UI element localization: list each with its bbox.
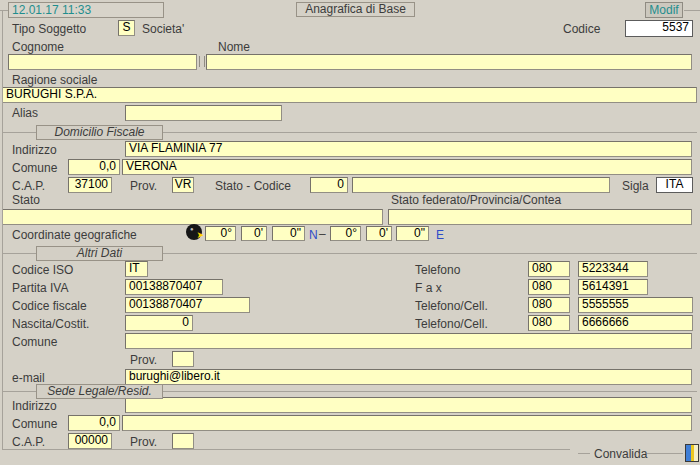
telefono-number-field[interactable]: 5223344	[578, 261, 648, 277]
lon-min-field[interactable]: 0'	[366, 226, 392, 241]
lon-direction-label: E	[436, 229, 444, 242]
altri-prov-field[interactable]	[172, 351, 194, 367]
stato-federato-field[interactable]	[388, 209, 692, 225]
cognome-field[interactable]	[8, 54, 197, 70]
stato-codice-label: Stato - Codice	[215, 180, 291, 193]
telefono-cell2-prefix-field[interactable]: 080	[528, 315, 570, 331]
telefono-cell1-label: Telefono/Cell.	[415, 300, 488, 313]
globe-arrow: ➤	[196, 231, 204, 240]
lat-direction-label: N	[309, 229, 318, 242]
stato-field[interactable]	[2, 209, 383, 225]
cap-field[interactable]: 37100	[68, 177, 112, 193]
altri-comune-field[interactable]	[125, 333, 692, 349]
section-domicilio-fiscale: Domicilio Fiscale	[36, 125, 163, 140]
stato-federato-label: Stato federato/Provincia/Contea	[391, 194, 561, 207]
comune-label: Comune	[12, 162, 57, 175]
field-joint	[199, 56, 205, 67]
fax-label: F a x	[415, 282, 442, 295]
codice-label: Codice	[563, 23, 600, 36]
telefono-label: Telefono	[415, 264, 460, 277]
cap-label: C.A.P.	[12, 180, 45, 193]
prov-label: Prov.	[130, 180, 157, 193]
tipo-soggetto-field[interactable]: S	[118, 20, 135, 36]
anagrafica-window: 12.01.17 11:33 Anagrafica di Base Modif …	[0, 0, 700, 465]
codice-fiscale-field[interactable]: 00138870407	[125, 297, 250, 313]
sede-cap-label: C.A.P.	[12, 436, 45, 449]
lat-min-field[interactable]: 0'	[241, 226, 267, 241]
codice-fiscale-label: Codice fiscale	[12, 300, 87, 313]
prov-field[interactable]: VR	[172, 177, 194, 193]
frame-line	[2, 10, 3, 450]
lat-deg-field[interactable]: 0°	[205, 226, 236, 241]
nascita-field[interactable]: 0	[125, 315, 193, 331]
telefono-cell1-prefix-field[interactable]: 080	[528, 297, 570, 313]
fax-prefix-field[interactable]: 080	[528, 279, 570, 295]
telefono-cell1-number-field[interactable]: 5555555	[578, 297, 693, 313]
alias-label: Alias	[12, 107, 38, 120]
ragione-sociale-field[interactable]: BURUGHI S.P.A.	[2, 87, 697, 103]
footer-line	[578, 453, 590, 454]
codice-iso-label: Codice ISO	[12, 264, 73, 277]
lat-sec-field[interactable]: 0"	[272, 226, 305, 241]
altri-prov-label: Prov.	[130, 354, 157, 367]
stato-label: Stato	[12, 194, 40, 207]
sede-prov-label: Prov.	[130, 436, 157, 449]
stato-codice-field[interactable]: 0	[310, 177, 348, 193]
footer-line	[3, 449, 570, 450]
nome-label: Nome	[218, 41, 250, 54]
comune-field[interactable]: VERONA	[122, 159, 692, 175]
partita-iva-label: Partita IVA	[12, 282, 68, 295]
telefono-cell2-number-field[interactable]: 6666666	[578, 315, 693, 331]
indirizzo-field[interactable]: VIA FLAMINIA 77	[125, 141, 692, 157]
coordinate-label: Coordinate geografiche	[12, 229, 137, 242]
sede-indirizzo-label: Indirizzo	[12, 400, 57, 413]
modif-button[interactable]: Modif	[645, 2, 683, 18]
codice-field[interactable]: 5537	[625, 20, 693, 37]
sede-comune-code-field[interactable]: 0,0	[68, 415, 120, 431]
indirizzo-label: Indirizzo	[12, 144, 57, 157]
telefono-prefix-field[interactable]: 080	[528, 261, 570, 277]
sede-cap-field[interactable]: 00000	[68, 433, 112, 449]
section-sede-legale: Sede Legale/Resid.	[36, 384, 163, 399]
codice-iso-field[interactable]: IT	[125, 261, 148, 277]
coordinate-separator: –	[319, 228, 326, 241]
frame-line	[684, 10, 700, 11]
sede-comune-label: Comune	[12, 418, 57, 431]
lon-sec-field[interactable]: 0"	[396, 226, 429, 241]
sede-indirizzo-field[interactable]	[125, 397, 692, 413]
cognome-label: Cognome	[12, 41, 64, 54]
convalida-label: Convalida	[594, 448, 647, 461]
telefono-cell2-label: Telefono/Cell.	[415, 318, 488, 331]
nascita-label: Nascita/Costit.	[12, 318, 89, 331]
lon-deg-field[interactable]: 0°	[330, 226, 361, 241]
globe-icon[interactable]: ● ➤	[186, 224, 202, 240]
ragione-sociale-label: Ragione sociale	[12, 74, 97, 87]
nome-field[interactable]	[206, 54, 692, 70]
altri-comune-label: Comune	[12, 336, 57, 349]
globe-highlight: ●	[190, 226, 194, 232]
stato-codice-desc-field[interactable]	[352, 177, 610, 193]
alias-field[interactable]	[125, 105, 282, 121]
sede-prov-field[interactable]	[172, 433, 194, 449]
partita-iva-field[interactable]: 00138870407	[125, 279, 223, 295]
sigla-field[interactable]: ITA	[656, 177, 693, 193]
footer-line	[647, 453, 683, 454]
tipo-soggetto-desc: Societa'	[142, 23, 184, 36]
fax-number-field[interactable]: 5614391	[578, 279, 648, 295]
page-title: Anagrafica di Base	[296, 2, 415, 17]
sede-comune-field[interactable]	[122, 415, 692, 431]
convalida-icon[interactable]	[685, 444, 699, 462]
timestamp: 12.01.17 11:33	[8, 2, 164, 18]
tipo-soggetto-label: Tipo Soggetto	[12, 23, 86, 36]
section-altri-dati: Altri Dati	[36, 246, 163, 261]
sigla-label: Sigla	[622, 180, 649, 193]
email-field[interactable]: burughi@libero.it	[125, 369, 692, 385]
comune-code-field[interactable]: 0,0	[68, 159, 120, 175]
